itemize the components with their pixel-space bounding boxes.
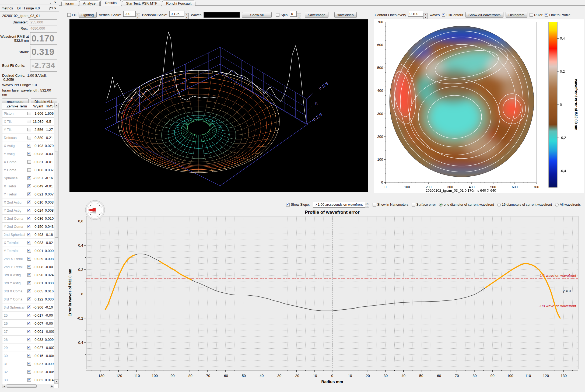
zernike-wyant-value: 0.062 bbox=[32, 378, 43, 382]
zernike-enable-checkbox[interactable] bbox=[27, 241, 31, 244]
column-header-wyant[interactable]: Wyant bbox=[31, 104, 45, 108]
zernike-vertical-scrollbar[interactable]: ▲ ▼ bbox=[54, 103, 58, 384]
contour-step-input[interactable] bbox=[408, 11, 423, 17]
zernike-enable-checkbox[interactable] bbox=[27, 144, 31, 148]
float-window-button[interactable] bbox=[47, 1, 51, 4]
zernike-row: 30-0.015-0.004 bbox=[2, 352, 54, 360]
spin-count-spinner[interactable]: ▲▼ bbox=[297, 13, 301, 19]
scroll-down-icon[interactable]: ▼ bbox=[54, 379, 59, 384]
lighting-button[interactable]: Lighting bbox=[79, 12, 97, 18]
zernike-enable-checkbox[interactable] bbox=[27, 136, 31, 139]
zernike-enable-checkbox[interactable] bbox=[27, 322, 31, 325]
column-header-rms[interactable]: RMS bbox=[45, 104, 54, 108]
zernike-enable-checkbox[interactable] bbox=[27, 225, 31, 228]
column-header-term[interactable]: Zernike Term bbox=[2, 104, 31, 108]
slope-direction-compass[interactable] bbox=[85, 200, 105, 220]
save-image-button[interactable]: SaveImage bbox=[305, 12, 328, 18]
svg-text:600: 600 bbox=[377, 43, 383, 47]
zernike-enable-checkbox[interactable] bbox=[27, 209, 31, 212]
float-panel-button[interactable] bbox=[49, 6, 53, 10]
zernike-enable-checkbox[interactable] bbox=[27, 152, 31, 156]
zernike-enable-checkbox[interactable] bbox=[27, 354, 31, 358]
zernike-enable-checkbox[interactable] bbox=[27, 281, 31, 285]
zernike-enable-checkbox[interactable] bbox=[27, 289, 31, 293]
scroll-left-icon[interactable]: ◀ bbox=[2, 384, 6, 388]
zernike-enable-checkbox[interactable] bbox=[27, 120, 30, 123]
zernike-enable-checkbox[interactable] bbox=[27, 233, 31, 236]
waves-color-swatch[interactable] bbox=[204, 12, 240, 18]
surface-3d-view[interactable]: 0.1250-0.125 bbox=[69, 19, 368, 192]
svg-text:30: 30 bbox=[384, 374, 388, 378]
vertical-scale-spinner[interactable]: ▲▼ bbox=[136, 13, 140, 19]
zernike-row: Piston1.6061.606 bbox=[2, 110, 54, 118]
fill-checkbox[interactable]: Fill bbox=[67, 13, 76, 17]
radio-16-diameters[interactable]: 16 diameters of current wavefront bbox=[497, 203, 552, 206]
colorbar-axis-label: wavefront error at 532.00 nm bbox=[574, 79, 578, 131]
spin-checkbox[interactable]: Spin bbox=[276, 13, 288, 17]
zernike-enable-checkbox[interactable] bbox=[27, 306, 31, 309]
surface-error-checkbox[interactable]: Surface error bbox=[412, 203, 436, 206]
vertical-scale-input[interactable] bbox=[123, 11, 136, 17]
zernike-enable-checkbox[interactable] bbox=[27, 346, 31, 349]
zernike-enable-checkbox[interactable] bbox=[27, 168, 31, 172]
zernike-enable-checkbox[interactable] bbox=[27, 370, 31, 374]
contour-step-spinner[interactable]: ▲▼ bbox=[423, 13, 428, 19]
link-to-profile-checkbox[interactable]: Link to Profile bbox=[545, 13, 570, 17]
tab-igram[interactable]: igram bbox=[61, 1, 78, 6]
show-slope-checkbox[interactable]: Show Slope: bbox=[286, 203, 310, 206]
tab-analyze[interactable]: Analyze bbox=[79, 1, 100, 6]
zernike-enable-checkbox[interactable] bbox=[27, 330, 31, 333]
backwall-scale-spinner[interactable]: ▲▼ bbox=[185, 13, 189, 19]
show-all-button[interactable]: Show All bbox=[242, 12, 272, 18]
tab-results[interactable]: Results bbox=[100, 0, 121, 6]
zernike-enable-checkbox[interactable] bbox=[27, 192, 31, 196]
zernike-enable-checkbox[interactable] bbox=[27, 338, 31, 341]
backwall-scale-input[interactable] bbox=[169, 11, 184, 17]
svg-text:700: 700 bbox=[533, 185, 539, 189]
zernike-enable-checkbox[interactable] bbox=[27, 257, 31, 261]
close-window-button[interactable]: × bbox=[53, 1, 57, 4]
histogram-button[interactable]: Histogram bbox=[506, 12, 527, 18]
contour-plot[interactable]: 0100200300400500600700010020030040050060… bbox=[374, 19, 584, 193]
zernike-enable-checkbox[interactable] bbox=[27, 201, 31, 204]
close-panel-button[interactable]: × bbox=[53, 6, 57, 10]
zernike-enable-checkbox[interactable] bbox=[27, 128, 31, 131]
zernike-enable-checkbox[interactable] bbox=[27, 184, 31, 188]
scrollbar-thumb[interactable] bbox=[55, 152, 58, 238]
zernike-enable-checkbox[interactable] bbox=[27, 314, 31, 317]
diameter-field[interactable] bbox=[29, 19, 57, 25]
slope-spinner[interactable]: ▲▼ bbox=[365, 202, 369, 208]
show-in-nanometers-checkbox[interactable]: Show in Nanometers bbox=[373, 203, 408, 206]
roc-field[interactable] bbox=[29, 26, 57, 31]
zernike-enable-checkbox[interactable] bbox=[27, 265, 31, 269]
zernike-enable-checkbox[interactable] bbox=[27, 176, 31, 180]
zernike-enable-checkbox[interactable] bbox=[27, 378, 31, 382]
dock-tab-dftfringe[interactable]: DFTFringe 4.0 bbox=[17, 6, 40, 10]
scroll-up-icon[interactable]: ▲ bbox=[54, 103, 59, 107]
fill-contour-checkbox[interactable]: FillContour bbox=[442, 13, 463, 17]
scrollbar-thumb[interactable] bbox=[7, 384, 37, 388]
profile-chart[interactable]: 1/8 wave on wavefront-1/8 wave on wavefr… bbox=[76, 214, 583, 390]
save-video-button[interactable]: saveVideo bbox=[334, 12, 356, 18]
zernike-row: 330.0620.014 bbox=[2, 376, 54, 384]
zernike-enable-checkbox[interactable] bbox=[27, 362, 31, 366]
zernike-enable-checkbox[interactable] bbox=[27, 217, 31, 220]
radio-one-diameter[interactable]: one diameter of current wavefront bbox=[439, 203, 494, 206]
zernike-enable-checkbox[interactable] bbox=[27, 273, 31, 277]
tab-star-test-psf-mtf[interactable]: Star Test, PSF, MTF bbox=[122, 1, 161, 6]
slope-threshold-combo[interactable]: > 1,00 arcseconds on wavefront▲▼ bbox=[313, 202, 370, 208]
zernike-enable-checkbox[interactable] bbox=[27, 298, 31, 301]
contour-view[interactable]: 0100200300400500600700010020030040050060… bbox=[374, 19, 584, 193]
spin-count-input[interactable] bbox=[290, 11, 297, 17]
zernike-enable-checkbox[interactable] bbox=[27, 249, 31, 253]
ruler-checkbox[interactable]: Ruler bbox=[530, 13, 542, 17]
tab-ronchi-foucault[interactable]: Ronchi Foucault bbox=[162, 1, 195, 6]
zernike-horizontal-scrollbar[interactable]: ◀ ▶ bbox=[2, 384, 54, 388]
surface-3d-plot[interactable]: 0.1250-0.125 bbox=[69, 19, 368, 192]
show-all-wavefronts-button[interactable]: Show All Wavefronts bbox=[465, 12, 503, 18]
scroll-right-icon[interactable]: ▶ bbox=[50, 384, 54, 388]
zernike-enable-checkbox[interactable] bbox=[27, 112, 31, 115]
radio-all-wavefronts[interactable]: All wavefronts bbox=[555, 203, 581, 206]
zernike-enable-checkbox[interactable] bbox=[27, 160, 31, 164]
dock-tab-metrics[interactable]: metrics bbox=[2, 6, 13, 10]
